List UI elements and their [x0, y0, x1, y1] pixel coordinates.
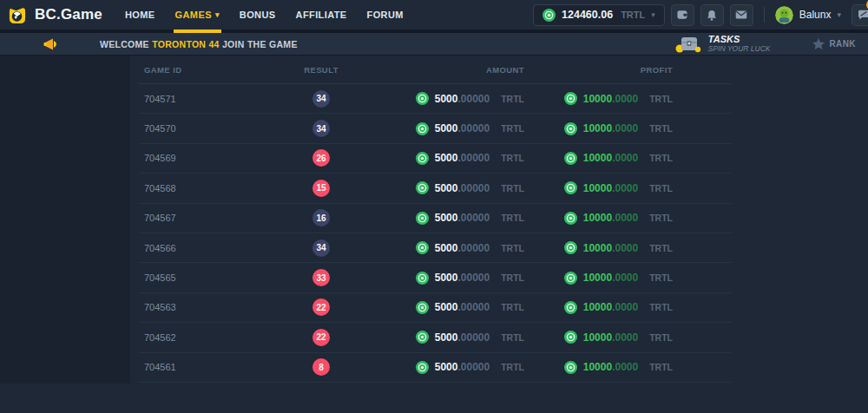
result-badge: 8 [312, 358, 330, 376]
trtl-coin-icon [564, 181, 577, 194]
table-body: 704571 34 5000 .00000 TRTL 10000 .0000 T… [139, 84, 732, 383]
amount-decimals: .00000 [457, 331, 490, 344]
result-cell: 16 [278, 209, 365, 226]
profit-currency: TRTL [649, 362, 673, 372]
nav-item-home[interactable]: HOME [125, 0, 155, 30]
result-cell: 22 [278, 298, 365, 316]
bell-icon [707, 10, 717, 21]
profit-integer: 10000 [583, 93, 612, 105]
chat-button[interactable]: 10 [852, 4, 868, 26]
profit-currency: TRTL [649, 213, 673, 223]
game-id-cell: 704562 [139, 332, 278, 343]
amount-decimals: .00000 [457, 242, 490, 254]
amount-decimals: .00000 [457, 93, 490, 105]
wallet-icon [676, 10, 688, 20]
result-cell: 15 [278, 180, 365, 197]
game-id-cell: 704567 [139, 213, 278, 223]
amount-integer: 5000 [435, 212, 458, 224]
wallet-button[interactable] [671, 4, 694, 26]
amount-integer: 5000 [435, 272, 458, 284]
tasks-labels: TASKS SPIN YOUR LUCK [708, 35, 771, 53]
game-id-cell: 704566 [139, 243, 278, 253]
table-row[interactable]: 704570 34 5000 .00000 TRTL 10000 .0000 T… [139, 114, 732, 143]
profit-decimals: .0000 [612, 122, 638, 134]
left-gutter [0, 56, 130, 384]
nav-item-affiliate[interactable]: AFFILIATE [296, 0, 347, 30]
result-badge: 22 [312, 298, 330, 316]
amount-cell: 5000 .00000 TRTL [365, 301, 529, 314]
result-badge: 15 [312, 180, 330, 197]
table-row[interactable]: 704563 22 5000 .00000 TRTL 10000 .0000 T… [139, 293, 732, 323]
profit-decimals: .0000 [612, 152, 638, 164]
game-id-cell: 704565 [139, 272, 278, 283]
amount-currency: TRTL [501, 94, 524, 104]
balance-value: 124460.06 [562, 9, 613, 21]
table-row[interactable]: 704566 34 5000 .00000 TRTL 10000 .0000 T… [139, 233, 732, 263]
game-id-cell: 704569 [139, 153, 278, 163]
table-row[interactable]: 704569 26 5000 .00000 TRTL 10000 .0000 T… [139, 144, 732, 174]
amount-currency: TRTL [501, 153, 524, 163]
rank-widget[interactable]: RANK [812, 38, 857, 49]
result-badge: 16 [312, 209, 330, 226]
result-badge: 33 [312, 269, 330, 286]
amount-currency: TRTL [501, 302, 524, 312]
amount-currency: TRTL [501, 362, 524, 372]
amount-decimals: .00000 [457, 212, 490, 224]
amount-cell: 5000 .00000 TRTL [365, 122, 529, 135]
amount-currency: TRTL [501, 213, 524, 223]
announcement-bar: WELCOME TORONTON 44 JOIN THE GAME TASKS … [0, 33, 868, 55]
user-menu[interactable]: Balunx ▾ [775, 6, 841, 24]
trtl-coin-icon [416, 181, 429, 194]
column-header-amount: AMOUNT [365, 65, 529, 75]
amount-integer: 5000 [435, 361, 458, 373]
tasks-widget[interactable]: TASKS SPIN YOUR LUCK [675, 35, 771, 54]
brand-logo[interactable]: BC.Game [7, 5, 102, 25]
table-row[interactable]: 704571 34 5000 .00000 TRTL 10000 .0000 T… [139, 84, 732, 114]
result-cell: 33 [278, 269, 365, 286]
nav-item-games[interactable]: GAMES ▾ [175, 0, 220, 30]
avatar [775, 6, 793, 24]
trtl-coin-icon [416, 212, 429, 225]
trtl-coin-icon [564, 92, 577, 105]
table-header-row: GAME ID RESULT AMOUNT PROFIT [139, 56, 732, 84]
result-badge: 26 [312, 149, 330, 167]
result-cell: 22 [278, 329, 365, 346]
profit-currency: TRTL [649, 94, 673, 104]
notifications-button[interactable] [700, 4, 724, 26]
amount-integer: 5000 [435, 93, 458, 105]
amount-cell: 5000 .00000 TRTL [365, 181, 529, 194]
amount-currency: TRTL [501, 332, 524, 343]
profit-integer: 10000 [583, 182, 612, 194]
profit-currency: TRTL [649, 183, 673, 193]
table-row[interactable]: 704565 33 5000 .00000 TRTL 10000 .0000 T… [139, 263, 732, 292]
nav-item-forum[interactable]: FORUM [367, 0, 404, 30]
amount-currency: TRTL [501, 123, 524, 134]
column-header-result: RESULT [278, 65, 365, 75]
table-row[interactable]: 704568 15 5000 .00000 TRTL 10000 .0000 T… [139, 174, 732, 203]
profit-integer: 10000 [583, 152, 612, 164]
amount-integer: 5000 [435, 122, 458, 134]
table-row[interactable]: 704567 16 5000 .00000 TRTL 10000 .0000 T… [139, 204, 732, 233]
wallet-balance-dropdown[interactable]: 124460.06 TRTL ▾ [533, 4, 665, 26]
trtl-coin-icon [564, 272, 577, 285]
nav-item-bonus[interactable]: BONUS [240, 0, 276, 30]
table-row[interactable]: 704561 8 5000 .00000 TRTL 10000 .0000 TR… [139, 353, 732, 383]
main-content: GAME ID RESULT AMOUNT PROFIT 704571 34 5… [0, 56, 868, 413]
trtl-coin-icon [564, 331, 577, 344]
profit-decimals: .0000 [612, 242, 638, 254]
profit-cell: 10000 .0000 TRTL [529, 331, 678, 344]
brand-name: BC.Game [35, 6, 102, 23]
table-row[interactable]: 704562 22 5000 .00000 TRTL 10000 .0000 T… [139, 323, 732, 352]
amount-currency: TRTL [501, 183, 524, 193]
trtl-coin-icon [416, 241, 429, 254]
game-id-cell: 704571 [139, 94, 278, 104]
chevron-down-icon: ▾ [651, 11, 655, 19]
messages-button[interactable] [730, 4, 753, 26]
trtl-coin-icon [564, 301, 577, 314]
amount-cell: 5000 .00000 TRTL [365, 92, 529, 105]
amount-cell: 5000 .00000 TRTL [365, 241, 529, 254]
profit-currency: TRTL [649, 272, 673, 283]
trtl-coin-icon [416, 92, 429, 105]
profit-currency: TRTL [649, 332, 673, 343]
column-header-game-id: GAME ID [139, 65, 278, 75]
